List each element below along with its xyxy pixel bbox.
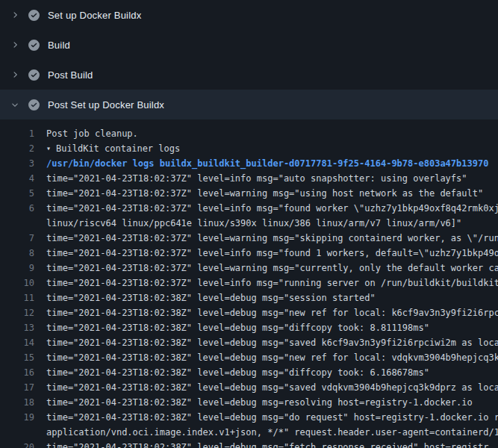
line-number[interactable]: 1 (0, 126, 46, 141)
log-line: 5 ▾ time="2021-04-23T18:02:37Z" level=wa… (0, 186, 498, 201)
section-label: Build (48, 40, 70, 51)
log-line: 13 ▾ time="2021-04-23T18:02:38Z" level=d… (0, 320, 498, 335)
log-line-text: application/vnd.oci.image.index.v1+json,… (46, 425, 498, 440)
chevron-down-icon (9, 100, 21, 109)
section-label: Post Set up Docker Buildx (48, 99, 164, 111)
line-number[interactable]: 13 (0, 320, 46, 335)
line-number[interactable]: 2 (0, 141, 46, 156)
line-number[interactable]: 12 (0, 305, 46, 320)
log-line: ▾ application/vnd.oci.image.index.v1+jso… (0, 425, 498, 440)
line-number[interactable]: 8 (0, 246, 46, 261)
log-line-text: time="2021-04-23T18:02:37Z" level=info m… (46, 246, 498, 261)
log-line: 20 ▾ time="2021-04-23T18:02:38Z" level=d… (0, 440, 498, 448)
log-line-text: time="2021-04-23T18:02:37Z" level=warnin… (46, 261, 498, 276)
log-line-text: time="2021-04-23T18:02:38Z" level=debug … (46, 350, 498, 365)
line-number[interactable]: 5 (0, 186, 46, 201)
line-number[interactable]: 20 (0, 440, 46, 448)
line-number[interactable]: 11 (0, 290, 46, 305)
log-section-header[interactable]: Build (0, 30, 498, 60)
log-section-header[interactable]: Set up Docker Buildx (0, 0, 498, 30)
log-line-text: time="2021-04-23T18:02:38Z" level=debug … (46, 335, 498, 350)
log-line: 17 ▾ time="2021-04-23T18:02:38Z" level=d… (0, 380, 498, 395)
line-number[interactable]: 9 (0, 261, 46, 276)
log-line-text: /usr/bin/docker logs buildx_buildkit_bui… (46, 156, 488, 171)
log-line-text: time="2021-04-23T18:02:37Z" level=info m… (46, 276, 498, 290)
workflow-log-viewer: Set up Docker Buildx Build Post Build (0, 0, 498, 448)
log-line-text: Post job cleanup. (46, 126, 138, 141)
log-line: 16 ▾ time="2021-04-23T18:02:38Z" level=d… (0, 365, 498, 380)
log-line: 9 ▾ time="2021-04-23T18:02:37Z" level=wa… (0, 261, 498, 276)
line-number[interactable]: 4 (0, 171, 46, 186)
log-section-header[interactable]: Post Set up Docker Buildx (0, 90, 498, 119)
log-line: 2 ▾ BuildKit container logs (0, 141, 498, 156)
chevron-right-icon (9, 40, 21, 49)
log-line: 7 ▾ time="2021-04-23T18:02:37Z" level=wa… (0, 231, 498, 246)
log-line-text: linux/riscv64 linux/ppc641e linux/s390x … (46, 216, 461, 231)
log-line: 3 ▾ /usr/bin/docker logs buildx_buildkit… (0, 156, 498, 171)
log-line-text: BuildKit container logs (56, 141, 180, 156)
check-circle-icon (28, 99, 40, 111)
line-number[interactable]: 3 (0, 156, 46, 171)
log-output: 1 ▾ Post job cleanup. 2 ▾ BuildKit conta… (0, 119, 498, 448)
log-line-text: time="2021-04-23T18:02:37Z" level=warnin… (46, 231, 498, 246)
line-number[interactable]: 10 (0, 276, 46, 290)
line-number[interactable]: 18 (0, 395, 46, 410)
log-line-text: time="2021-04-23T18:02:38Z" level=debug … (46, 365, 429, 380)
check-circle-icon (28, 40, 40, 51)
log-line: 11 ▾ time="2021-04-23T18:02:38Z" level=d… (0, 290, 498, 305)
section-label: Post Build (48, 69, 93, 81)
log-line-text: time="2021-04-23T18:02:37Z" level=info m… (46, 201, 498, 216)
log-line-text: time="2021-04-23T18:02:38Z" level=debug … (46, 440, 488, 448)
chevron-right-icon (9, 10, 21, 19)
line-number[interactable] (0, 216, 46, 231)
line-number[interactable]: 16 (0, 365, 46, 380)
log-line: 6 ▾ time="2021-04-23T18:02:37Z" level=in… (0, 201, 498, 216)
line-number[interactable]: 7 (0, 231, 46, 246)
log-line: 19 ▾ time="2021-04-23T18:02:38Z" level=d… (0, 410, 498, 425)
log-line-text: time="2021-04-23T18:02:38Z" level=debug … (46, 380, 498, 395)
line-number[interactable]: 17 (0, 380, 46, 395)
line-number[interactable]: 14 (0, 335, 46, 350)
log-line: 10 ▾ time="2021-04-23T18:02:37Z" level=i… (0, 276, 498, 290)
check-circle-icon (28, 10, 40, 21)
log-line: 4 ▾ time="2021-04-23T18:02:37Z" level=in… (0, 171, 498, 186)
log-line-text: time="2021-04-23T18:02:38Z" level=debug … (46, 305, 498, 320)
line-number[interactable]: 6 (0, 201, 46, 216)
section-label: Set up Docker Buildx (48, 10, 141, 21)
log-section-header[interactable]: Post Build (0, 60, 498, 90)
line-number[interactable] (0, 425, 46, 440)
check-circle-icon (28, 69, 40, 81)
log-line-text: time="2021-04-23T18:02:37Z" level=warnin… (46, 186, 483, 201)
log-line: ▾ linux/riscv64 linux/ppc641e linux/s390… (0, 216, 498, 231)
line-number[interactable]: 15 (0, 350, 46, 365)
log-line-text: time="2021-04-23T18:02:38Z" level=debug … (46, 410, 498, 425)
log-line: 15 ▾ time="2021-04-23T18:02:38Z" level=d… (0, 350, 498, 365)
log-line: 18 ▾ time="2021-04-23T18:02:38Z" level=d… (0, 395, 498, 410)
log-line-text: time="2021-04-23T18:02:38Z" level=debug … (46, 290, 376, 305)
group-toggle-icon[interactable]: ▾ (46, 141, 56, 156)
log-line: 14 ▾ time="2021-04-23T18:02:38Z" level=d… (0, 335, 498, 350)
log-line-text: time="2021-04-23T18:02:37Z" level=info m… (46, 171, 467, 186)
log-line: 8 ▾ time="2021-04-23T18:02:37Z" level=in… (0, 246, 498, 261)
log-line-text: time="2021-04-23T18:02:38Z" level=debug … (46, 395, 473, 410)
log-line: 1 ▾ Post job cleanup. (0, 126, 498, 141)
log-line-text: time="2021-04-23T18:02:38Z" level=debug … (46, 320, 429, 335)
chevron-right-icon (9, 70, 21, 79)
line-number[interactable]: 19 (0, 410, 46, 425)
log-line: 12 ▾ time="2021-04-23T18:02:38Z" level=d… (0, 305, 498, 320)
